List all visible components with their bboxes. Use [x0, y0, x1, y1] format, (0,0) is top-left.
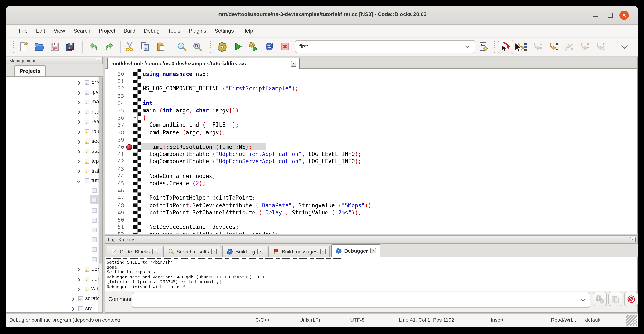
replace-button[interactable]: R — [190, 40, 204, 53]
logs-tab-build-messages[interactable]: Build messages — [269, 246, 330, 257]
close-button[interactable]: ✕ — [620, 11, 629, 20]
tree-item-he[interactable]: he — [6, 215, 99, 225]
build-target-options-button[interactable] — [477, 40, 490, 53]
line-number[interactable]: 35 — [105, 107, 124, 114]
resize-grip[interactable] — [626, 315, 637, 326]
tree-item-trafl[interactable]: trafl — [6, 166, 99, 175]
chevron-down-icon[interactable] — [465, 44, 475, 50]
logs-tab-code-blocks[interactable]: Code::Blocks — [107, 246, 162, 257]
tree-item-stat[interactable]: stat — [6, 146, 99, 156]
open-file-button[interactable] — [32, 40, 46, 53]
chevron-right-icon[interactable] — [76, 276, 81, 281]
tree-item-th[interactable]: th — [6, 254, 99, 264]
editor-tab-close-icon[interactable] — [291, 61, 296, 66]
chevron-right-icon[interactable] — [76, 129, 81, 134]
line-number[interactable]: 37 — [105, 122, 124, 128]
line-number[interactable]: 46 — [105, 187, 124, 194]
line-number[interactable]: 50 — [105, 217, 124, 223]
code-line-39[interactable]: 39 — [105, 136, 637, 143]
code-line-38[interactable]: 38 cmd.Parse (argc, argv); — [105, 129, 637, 136]
line-number[interactable]: 36 — [105, 114, 124, 121]
tree-item-sock[interactable]: sock — [6, 136, 99, 146]
debug-settings-button[interactable] — [593, 292, 607, 306]
line-number[interactable]: 52 — [105, 231, 124, 234]
command-history-button[interactable] — [608, 292, 622, 306]
command-combobox[interactable] — [132, 292, 590, 308]
run-to-cursor-button[interactable] — [515, 40, 529, 54]
tree-item-erro[interactable]: erro — [6, 77, 99, 87]
menu-project[interactable]: Project — [94, 28, 120, 34]
undo-button[interactable] — [87, 40, 100, 53]
chevron-right-icon[interactable] — [76, 99, 81, 104]
debugger-output[interactable]: Setting SHELL to '/bin/sh'doneSetting br… — [104, 257, 638, 291]
toolbar-grip[interactable] — [13, 41, 14, 53]
tree-item-fif[interactable]: fif — [6, 185, 99, 195]
code-line-32[interactable]: 32NS_LOG_COMPONENT_DEFINE ("FirstScriptE… — [105, 85, 637, 92]
step-out-button[interactable] — [562, 40, 576, 54]
toolbar-grip[interactable] — [494, 41, 496, 53]
code-line-50[interactable]: 50 — [105, 216, 637, 223]
debug-continue-button[interactable] — [498, 40, 513, 54]
maximize-button[interactable] — [606, 11, 615, 20]
code-line-37[interactable]: 37 CommandLine cmd (__FILE__); — [105, 121, 637, 129]
logs-tab-build-log[interactable]: Build log — [222, 246, 268, 257]
build-button[interactable] — [216, 40, 229, 53]
code-line-52[interactable]: 52 devices = pointToPoint.Install (nodes… — [105, 231, 637, 234]
line-number[interactable]: 34 — [105, 100, 124, 106]
run-button[interactable] — [231, 40, 245, 53]
abort-build-button[interactable] — [278, 40, 292, 53]
build-target-combobox[interactable] — [295, 40, 476, 53]
line-number[interactable]: 44 — [105, 173, 124, 179]
tab-close-icon[interactable] — [212, 249, 217, 254]
tree-item-rout[interactable]: rout — [6, 126, 99, 136]
line-number[interactable]: 32 — [105, 85, 124, 92]
code-line-30[interactable]: 30using namespace ns3; — [105, 70, 637, 78]
menu-plugins[interactable]: Plugins — [184, 28, 210, 34]
step-into-button[interactable] — [546, 40, 560, 54]
tree-item-wire[interactable]: wire — [6, 283, 99, 293]
code-line-47[interactable]: 47 PointToPointHelper pointToPoint; — [105, 194, 637, 202]
copy-button[interactable] — [138, 40, 152, 53]
code-line-35[interactable]: 35main (int argc, char *argv[]) — [105, 107, 637, 114]
toolbar-grip[interactable] — [210, 41, 211, 53]
menu-view[interactable]: View — [49, 28, 69, 34]
tab-projects[interactable]: Projects — [14, 65, 46, 76]
chevron-right-icon[interactable] — [76, 80, 81, 85]
chevron-right-icon[interactable] — [76, 119, 81, 124]
tree-item-tuto[interactable]: tuto — [6, 175, 99, 185]
menu-build[interactable]: Build — [120, 28, 140, 34]
line-number[interactable]: 33 — [105, 93, 124, 99]
chevron-right-icon[interactable] — [76, 148, 81, 153]
tree-item-fir[interactable]: fir — [6, 195, 99, 205]
find-button[interactable] — [175, 40, 188, 53]
management-close-icon[interactable] — [96, 58, 101, 63]
paste-button[interactable] — [154, 40, 168, 53]
line-number[interactable]: 40 — [105, 144, 124, 150]
tree-item-src[interactable]: src — [6, 303, 99, 313]
stop-debugger-button[interactable] — [624, 292, 638, 306]
tree-item-si[interactable]: si — [6, 244, 99, 254]
new-file-button[interactable] — [16, 40, 30, 53]
code-line-43[interactable]: 43 — [105, 165, 637, 172]
line-number[interactable]: 43 — [105, 166, 124, 172]
tree-item-nam[interactable]: nam — [6, 107, 99, 116]
menu-tools[interactable]: Tools — [164, 28, 184, 34]
chevron-right-icon[interactable] — [70, 305, 75, 311]
chevron-right-icon[interactable] — [76, 138, 81, 143]
tab-close-icon[interactable] — [370, 248, 376, 253]
tree-item-udp[interactable]: udp — [6, 264, 99, 274]
code-line-46[interactable]: 46 — [105, 187, 637, 194]
tree-item-se[interactable]: se — [6, 234, 99, 244]
logs-close-icon[interactable] — [630, 237, 636, 242]
cut-button[interactable] — [123, 40, 136, 53]
tab-close-icon[interactable] — [258, 249, 263, 254]
step-into-instruction-button[interactable] — [594, 40, 607, 54]
menu-debug[interactable]: Debug — [140, 28, 164, 34]
tab-close-icon[interactable] — [320, 249, 326, 254]
code-line-48[interactable]: 48 pointToPoint.SetDeviceAttribute ("Dat… — [105, 202, 637, 209]
code-line-45[interactable]: 45 nodes.Create (2); — [105, 180, 637, 187]
next-instruction-button[interactable] — [578, 40, 592, 54]
code-line-36[interactable]: 36{ — [105, 114, 637, 121]
chevron-right-icon[interactable] — [76, 266, 81, 271]
code-line-41[interactable]: 41 LogComponentEnable ("UdpEchoClientApp… — [105, 150, 637, 158]
